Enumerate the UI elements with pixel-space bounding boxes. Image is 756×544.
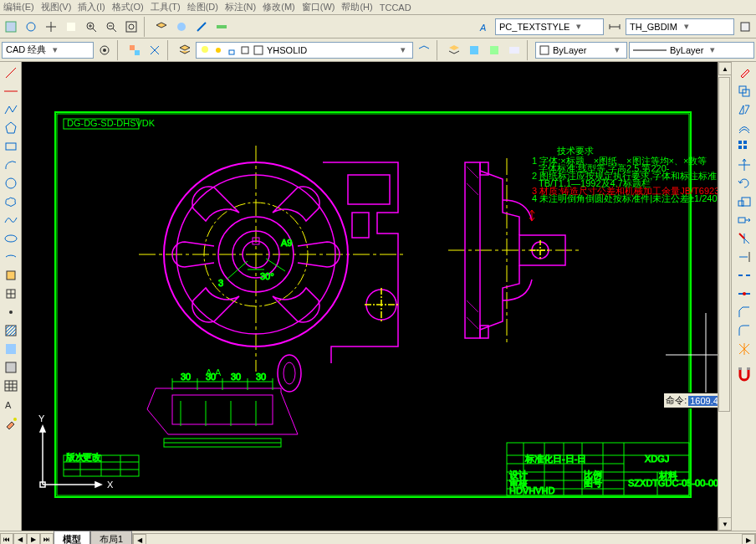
zoom-in-icon[interactable] [82,18,100,36]
tool-icon[interactable] [62,18,80,36]
tool-icon[interactable] [146,41,164,59]
ellipse-icon[interactable] [2,229,20,248]
menu-modify[interactable]: 修改(M) [263,1,295,13]
menu-tccad[interactable]: TCCAD [380,3,411,13]
tab-last-icon[interactable]: ⏭ [40,533,54,545]
make-block-icon[interactable] [2,285,20,303]
chamfer-icon[interactable] [735,303,753,321]
tool-icon[interactable] [485,41,503,59]
insert-block-icon[interactable] [2,266,20,285]
layers-icon[interactable] [176,41,194,59]
tool-icon[interactable] [505,41,524,59]
menu-insert[interactable]: 插入(I) [78,1,105,13]
color-dropdown[interactable]: ByLayer ▾ [535,42,627,59]
gear-icon[interactable] [95,41,114,59]
text-style-icon[interactable]: A [475,18,493,36]
vertical-scrollbar[interactable]: ▲ ▼ [718,62,731,531]
magnet-icon[interactable] [735,365,753,383]
array-icon[interactable] [735,137,753,156]
mtext-icon[interactable]: A [2,395,20,413]
svg-rect-2 [67,23,75,31]
rotate-icon[interactable] [735,174,753,192]
tool-icon[interactable] [22,18,40,36]
svg-line-25 [6,68,16,78]
tab-prev-icon[interactable]: ◀ [13,533,27,545]
scale-icon[interactable] [735,192,753,211]
tab-model[interactable]: 模型 [54,531,90,544]
tool-icon[interactable] [465,41,483,59]
line-icon[interactable] [2,64,20,82]
table-icon[interactable] [2,377,20,395]
tool-icon[interactable] [172,18,191,36]
layer-icon[interactable] [152,18,171,36]
trim-icon[interactable] [735,229,753,248]
workspace-dropdown[interactable]: CAD 经典 ▾ [2,42,94,59]
join-icon[interactable] [735,285,753,303]
extend-icon[interactable] [735,248,753,266]
point-icon[interactable] [2,303,20,321]
scroll-down-icon[interactable]: ▼ [718,517,732,531]
dim-style-dropdown[interactable]: TH_GBDIM ▾ [626,18,734,35]
text-style-dropdown[interactable]: PC_TEXTSTYLE ▾ [495,18,604,35]
circle-icon[interactable] [2,174,20,192]
tab-first-icon[interactable]: ⏮ [0,533,13,545]
plot-icon [240,45,250,55]
menu-tools[interactable]: 工具(T) [151,1,181,13]
svg-line-73 [467,167,478,178]
svg-rect-142 [743,141,747,144]
color-value: ByLayer [553,45,586,55]
polygon-icon[interactable] [2,119,20,137]
menu-draw[interactable]: 绘图(D) [187,1,218,13]
scroll-up-icon[interactable]: ▲ [718,62,732,75]
menu-dimension[interactable]: 标注(N) [225,1,256,13]
arc-icon[interactable] [2,156,20,174]
drawing-canvas[interactable]: DG-DG-SD-DHSVDK [22,62,731,531]
zoom-out-icon[interactable] [102,18,120,36]
gradient-icon[interactable] [2,340,20,358]
move-icon[interactable] [735,156,753,174]
ellipse-arc-icon[interactable] [2,248,20,266]
tool-icon[interactable] [736,18,754,36]
tool-icon[interactable] [2,18,20,36]
toolbar-2: CAD 经典 ▾ YHSOLID ▾ ByLayer ▾ ByLayer ▾ [0,38,756,62]
tool-icon[interactable] [125,41,144,59]
rectangle-icon[interactable] [2,137,20,156]
menu-view[interactable]: 视图(V) [41,1,72,13]
revision-cloud-icon[interactable] [2,192,20,211]
menu-edit[interactable]: 编辑(E) [3,1,34,13]
menu-help[interactable]: 帮助(H) [341,1,372,13]
explode-icon[interactable] [735,340,753,358]
zoom-extents-icon[interactable] [122,18,140,36]
break-icon[interactable] [735,266,753,285]
stretch-icon[interactable] [735,211,753,229]
region-icon[interactable] [2,358,20,377]
menu-format[interactable]: 格式(O) [112,1,144,13]
svg-line-75 [467,317,478,329]
tab-next-icon[interactable]: ▶ [27,533,40,545]
tab-layout1[interactable]: 布局1 [90,531,132,544]
tool-icon[interactable] [42,18,60,36]
offset-icon[interactable] [735,119,753,137]
menu-window[interactable]: 窗口(W) [302,1,335,13]
layer-name: YHSOLID [267,45,307,55]
layer-dropdown[interactable]: YHSOLID ▾ [196,42,413,59]
fillet-icon[interactable] [735,321,753,340]
dim-style-icon[interactable] [605,18,624,36]
copy-icon[interactable] [735,82,753,100]
layer-stack-icon[interactable] [445,41,463,59]
tool-icon[interactable] [415,41,433,59]
scroll-thumb[interactable] [718,77,730,412]
erase-icon[interactable] [735,64,753,82]
scroll-right-icon[interactable]: ▶ [742,534,755,545]
linetype-dropdown[interactable]: ByLayer ▾ [629,42,754,59]
scroll-left-icon[interactable]: ◀ [133,534,146,545]
mirror-icon[interactable] [735,100,753,119]
paint-icon[interactable] [2,413,20,432]
tool-icon[interactable] [192,18,211,36]
svg-rect-22 [509,47,519,54]
hatch-icon[interactable] [2,321,20,340]
tool-icon[interactable] [212,18,231,36]
polyline-icon[interactable] [2,100,20,119]
spline-icon[interactable] [2,211,20,229]
construction-line-icon[interactable] [2,82,20,100]
